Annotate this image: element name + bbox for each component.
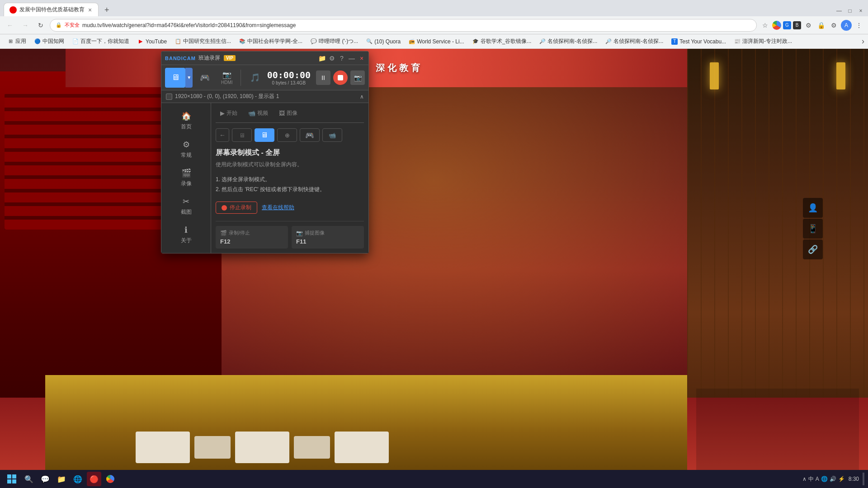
url-text: mudu.tv/live/watch/general?id=ma6476kl&r… <box>82 22 296 28</box>
profile-icon[interactable]: A <box>841 20 852 31</box>
tab-close-button[interactable]: × <box>87 6 93 14</box>
tray-network[interactable]: 🌐 <box>821 476 828 482</box>
bookmark-conan2[interactable]: 🔎 名侦探柯南-名侦探... <box>602 36 667 47</box>
timer-time: 00:00:00 <box>267 70 311 80</box>
video-tab-icon: 📹 <box>248 110 255 117</box>
maximize-button[interactable]: □ <box>846 7 854 14</box>
conan2-icon: 🔎 <box>605 38 612 45</box>
taskbar-rec[interactable]: 🔴 <box>87 472 101 486</box>
show-desktop-button[interactable] <box>863 473 864 485</box>
online-help-button[interactable]: 查看在线帮助 <box>262 202 294 214</box>
banner-text: 深化教育 <box>376 62 423 74</box>
vip-badge: VIP <box>224 55 236 61</box>
mode-game-btn[interactable]: 🎮 <box>300 128 320 142</box>
settings-button[interactable]: ⚙ <box>329 55 335 61</box>
pause-button[interactable]: ⏸ <box>316 70 330 85</box>
device-record-button[interactable]: 📷 HDMI <box>217 68 237 88</box>
bookmark-baidu-label: 百度一下，你就知道 <box>80 38 129 45</box>
start-button[interactable] <box>4 471 20 487</box>
taskbar-search[interactable]: 🔍 <box>22 472 36 486</box>
bookmark-worldservice[interactable]: 📻 World Service - Li... <box>405 37 467 46</box>
windows-logo-icon <box>7 474 16 483</box>
audio-settings-button[interactable]: 🎵 <box>245 68 265 88</box>
bookmarks-more-button[interactable]: › <box>862 37 864 46</box>
shortcut-record: 🎬 录制/停止 F12 <box>216 226 288 249</box>
record-button[interactable] <box>333 70 348 85</box>
bookmark-star-icon[interactable]: ☆ <box>760 20 770 31</box>
taskbar-chat[interactable]: 💬 <box>38 472 52 486</box>
game-record-button[interactable]: 🎮 <box>194 68 215 88</box>
tray-volume[interactable]: 🔊 <box>830 476 836 482</box>
folder-button[interactable]: 📁 <box>319 55 325 61</box>
sidebar-item-about[interactable]: ℹ 关于 <box>161 221 211 249</box>
bookmark-pengpai-label: 澎湃新闻-专注时政... <box>742 38 792 45</box>
mode-screen-btn[interactable]: 🖥 <box>255 128 274 142</box>
bookmark-apps[interactable]: ⊞ 应用 <box>4 36 30 47</box>
bookmark-conan1[interactable]: 🔎 名侦探柯南-名侦探... <box>536 36 601 47</box>
tray-ime[interactable]: A <box>816 476 819 482</box>
titlebar-minimize-button[interactable]: — <box>349 55 355 61</box>
bookmark-zhiwang[interactable]: 🔵 中国知网 <box>31 36 68 47</box>
active-tab[interactable]: 发展中国特色优质基础教育 × <box>4 3 99 16</box>
bookmark-conan2-label: 名侦探柯南-名侦探... <box>613 38 663 45</box>
bookmark-scholar[interactable]: 🎓 谷歌学术_谷歌镜像... <box>469 36 535 47</box>
url-input[interactable]: 🔒 不安全 mudu.tv/live/watch/general?id=ma64… <box>50 19 757 32</box>
taskbar-file-explorer[interactable]: 📁 <box>54 472 69 486</box>
bookmark-quora[interactable]: 🔍 (10) Quora <box>363 37 404 46</box>
status-checkbox[interactable] <box>166 94 172 100</box>
forward-button[interactable]: → <box>19 19 32 32</box>
tray-zh[interactable]: 中 <box>808 475 814 483</box>
titlebar-close-button[interactable]: × <box>359 55 365 61</box>
ext-icon-4[interactable]: 🔒 <box>816 20 826 31</box>
bookmark-bilibili[interactable]: 💬 哔哩哔哩 ('·)つ... <box>307 36 362 47</box>
bookmark-pengpai[interactable]: 📰 澎湃新闻-专注时政... <box>731 36 796 47</box>
back-button[interactable]: ← <box>4 19 16 32</box>
minimize-button[interactable]: — <box>835 7 843 14</box>
bookmark-youtube[interactable]: ▶ YouTube <box>134 37 170 46</box>
mode-around-btn[interactable]: ⊕ <box>277 128 297 142</box>
tab-video[interactable]: 📹 视频 <box>244 108 273 119</box>
share-sidebar-button[interactable]: 🔗 <box>803 239 823 259</box>
taskbar-browser[interactable]: 🌐 <box>71 472 85 486</box>
ext-icon-2[interactable]: B <box>793 21 801 29</box>
mobile-sidebar-button[interactable]: 📱 <box>803 219 823 239</box>
help-button[interactable]: ? <box>339 55 345 61</box>
ext-icon-1[interactable]: G <box>783 21 791 29</box>
ext-icon-5[interactable]: ⚙ <box>828 20 839 31</box>
mode-back-button[interactable]: ← <box>216 128 229 142</box>
collapse-button[interactable]: ∧ <box>360 94 364 100</box>
taskbar-chrome[interactable] <box>103 472 118 486</box>
zhiwang-icon: 🔵 <box>34 38 41 45</box>
bookmark-shkxw[interactable]: 📚 中国社会科学学网-全... <box>236 36 306 47</box>
home-label: 首页 <box>181 123 192 131</box>
sidebar-item-home[interactable]: 🏠 首页 <box>161 107 211 135</box>
help-label: 查看在线帮助 <box>262 204 294 211</box>
mode-fullscreen-btn[interactable]: 🖥 <box>232 128 252 142</box>
screenshot-button[interactable]: 📷 <box>350 70 365 85</box>
screen-record-button[interactable]: 🖥 <box>165 68 185 88</box>
taskbar: 🔍 💬 📁 🌐 🔴 ∧ 中 A 🌐 🔊 ⚡ <box>0 470 868 488</box>
bookmark-vocab[interactable]: T Test Your Vocabu... <box>668 37 730 46</box>
right-hall <box>687 49 868 488</box>
reload-button[interactable]: ↻ <box>34 19 47 32</box>
mode-device-btn[interactable]: 📹 <box>322 128 342 142</box>
bookmark-baidu[interactable]: 📄 百度一下，你就知道 <box>69 36 133 47</box>
chrome-icon[interactable] <box>772 21 781 30</box>
sidebar-item-general[interactable]: ⚙ 常规 <box>161 135 211 164</box>
screen-dropdown[interactable]: ▼ <box>185 68 193 88</box>
tab-image[interactable]: 🖼 图像 <box>274 108 302 119</box>
tray-up-arrow[interactable]: ∧ <box>802 476 807 482</box>
sidebar-item-screenshot[interactable]: ✂ 截图 <box>161 192 211 221</box>
stop-recording-button[interactable]: 停止录制 <box>216 202 257 214</box>
tray-battery[interactable]: ⚡ <box>838 476 845 482</box>
right-floating-sidebar: 👤 📱 🔗 <box>803 198 823 259</box>
bookmark-yanzhao[interactable]: 📋 中国研究生招生信... <box>171 36 235 47</box>
user-sidebar-button[interactable]: 👤 <box>803 198 823 218</box>
new-tab-button[interactable]: + <box>100 4 113 16</box>
sidebar-item-video[interactable]: 🎬 录像 <box>161 164 211 192</box>
tab-start[interactable]: ▶ 开始 <box>216 108 242 119</box>
menu-button[interactable]: ⋮ <box>854 20 864 31</box>
close-button[interactable]: × <box>857 7 864 14</box>
bookmark-worldservice-label: World Service - Li... <box>417 38 464 45</box>
ext-icon-3[interactable]: ⚙ <box>803 20 814 31</box>
